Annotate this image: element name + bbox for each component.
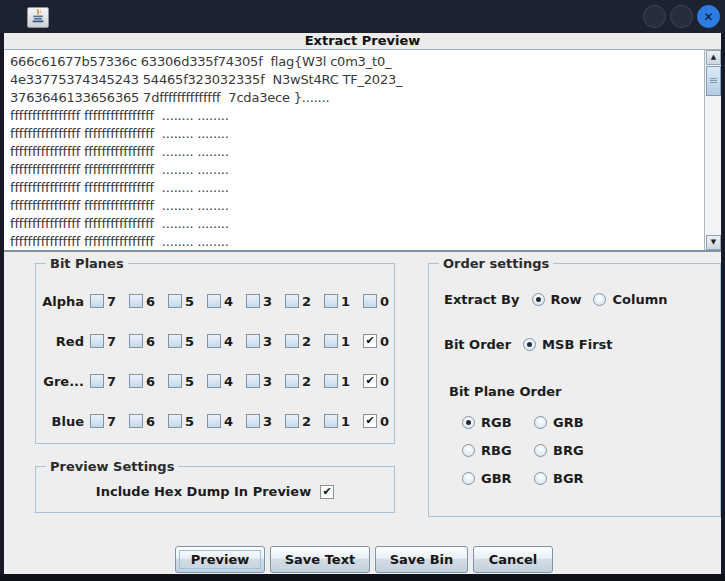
- scroll-up-icon[interactable]: ▲: [706, 50, 721, 65]
- minimize-button[interactable]: [643, 5, 666, 28]
- blue-bit1-checkbox[interactable]: [324, 414, 338, 428]
- bpo-grb-radio[interactable]: [534, 416, 547, 429]
- hex-line: 3763646133656365 7dffffffffffffff 7cda3e…: [10, 89, 721, 107]
- scrollbar-thumb[interactable]: [706, 66, 721, 96]
- window-border-left: [0, 33, 4, 574]
- red-bit3-checkbox[interactable]: [246, 334, 260, 348]
- blue-bit2-checkbox[interactable]: [285, 414, 299, 428]
- bpo-brg-radio[interactable]: [534, 444, 547, 457]
- red-bit1-checkbox[interactable]: [324, 334, 338, 348]
- bpo-rbg-radio[interactable]: [462, 444, 475, 457]
- extract-by-row: Extract By RowColumn: [444, 290, 667, 308]
- bit-order-row: Bit Order MSB First: [444, 335, 613, 353]
- scroll-down-icon[interactable]: ▼: [706, 235, 721, 250]
- bit-number-label: 1: [341, 414, 350, 429]
- gre-bit3-checkbox[interactable]: [246, 374, 260, 388]
- preview-button[interactable]: Preview: [175, 546, 265, 573]
- bit-pair: 1: [324, 414, 363, 429]
- bit-order-msb-first-radio[interactable]: [523, 338, 536, 351]
- cancel-button[interactable]: Cancel: [473, 546, 553, 573]
- bit-number-label: 5: [185, 294, 194, 309]
- bit-number-label: 6: [146, 374, 155, 389]
- bpo-brg-option: BRG: [534, 443, 584, 458]
- bit-number-label: 6: [146, 334, 155, 349]
- bit-pair: 5: [168, 334, 207, 349]
- gre-bit2-checkbox[interactable]: [285, 374, 299, 388]
- bit-plane-order-grid: RGBGRBRBGBRGGBRBGR: [462, 408, 584, 492]
- preview-textarea[interactable]: 666c61677b57336c 63306d335f74305f flag{W…: [4, 49, 721, 252]
- hex-line: ffffffffffffffff ffffffffffffffff ......…: [10, 251, 721, 252]
- red-bit7-checkbox[interactable]: [90, 334, 104, 348]
- red-bit5-checkbox[interactable]: [168, 334, 182, 348]
- bpo-bgr-label: BGR: [553, 471, 584, 486]
- blue-bit6-checkbox[interactable]: [129, 414, 143, 428]
- include-hex-label: Include Hex Dump In Preview: [96, 484, 311, 499]
- gre-bit0-checkbox[interactable]: ✔: [363, 374, 377, 388]
- save-bin-button[interactable]: Save Bin: [375, 546, 468, 573]
- bit-pair: 7: [90, 414, 129, 429]
- bit-number-label: 1: [341, 294, 350, 309]
- bpo-rgb-radio[interactable]: [462, 416, 475, 429]
- bit-number-label: 2: [302, 294, 311, 309]
- bit-number-label: 7: [107, 334, 116, 349]
- blue-bit7-checkbox[interactable]: [90, 414, 104, 428]
- red-bit6-checkbox[interactable]: [129, 334, 143, 348]
- bpo-rgb-option: RGB: [462, 415, 512, 430]
- hex-line: 666c61677b57336c 63306d335f74305f flag{W…: [10, 53, 721, 71]
- blue-bit0-checkbox[interactable]: ✔: [363, 414, 377, 428]
- alpha-bit6-checkbox[interactable]: [129, 294, 143, 308]
- alpha-bit1-checkbox[interactable]: [324, 294, 338, 308]
- alpha-bit0-checkbox[interactable]: [363, 294, 377, 308]
- bpo-gbr-radio[interactable]: [462, 472, 475, 485]
- close-button[interactable]: ✕: [697, 5, 720, 28]
- blue-bit5-checkbox[interactable]: [168, 414, 182, 428]
- alpha-bit3-checkbox[interactable]: [246, 294, 260, 308]
- bit-order-msb-first-option: MSB First: [523, 337, 612, 352]
- bit-pair: 1: [324, 374, 363, 389]
- channel-label-blue: Blue: [36, 414, 84, 429]
- gre-bit1-checkbox[interactable]: [324, 374, 338, 388]
- vertical-scrollbar[interactable]: ▲ ▼: [704, 50, 721, 250]
- gre-bit7-checkbox[interactable]: [90, 374, 104, 388]
- alpha-bit7-checkbox[interactable]: [90, 294, 104, 308]
- bpo-cell: GBR: [462, 464, 534, 492]
- bpo-grb-option: GRB: [534, 415, 584, 430]
- red-bit4-checkbox[interactable]: [207, 334, 221, 348]
- maximize-button[interactable]: [670, 5, 693, 28]
- window-border-bottom: [0, 574, 725, 581]
- alpha-bit5-checkbox[interactable]: [168, 294, 182, 308]
- order-settings-title: Order settings: [439, 256, 553, 271]
- bit-pair: 3: [246, 334, 285, 349]
- bit-number-label: 0: [380, 414, 389, 429]
- alpha-bit2-checkbox[interactable]: [285, 294, 299, 308]
- gre-bit5-checkbox[interactable]: [168, 374, 182, 388]
- bit-number-label: 2: [302, 334, 311, 349]
- alpha-bit4-checkbox[interactable]: [207, 294, 221, 308]
- window-menu-button[interactable]: [27, 7, 49, 28]
- extract-by-row-label: Row: [551, 292, 582, 307]
- gre-bit4-checkbox[interactable]: [207, 374, 221, 388]
- bpo-bgr-radio[interactable]: [534, 472, 547, 485]
- bit-pair: 7: [90, 374, 129, 389]
- bit-number-label: 7: [107, 294, 116, 309]
- extract-by-row-radio[interactable]: [532, 293, 545, 306]
- gre-bit6-checkbox[interactable]: [129, 374, 143, 388]
- bit-number-label: 3: [263, 374, 272, 389]
- hex-line: ffffffffffffffff ffffffffffffffff ......…: [10, 161, 721, 179]
- red-bit0-checkbox[interactable]: ✔: [363, 334, 377, 348]
- bit-pair: 2: [285, 294, 324, 309]
- save-text-button[interactable]: Save Text: [270, 546, 370, 573]
- bit-number-label: 7: [107, 414, 116, 429]
- bit-number-label: 4: [224, 294, 233, 309]
- red-bit2-checkbox[interactable]: [285, 334, 299, 348]
- bit-number-label: 1: [341, 334, 350, 349]
- bitplane-row-alpha: Alpha76543210: [36, 281, 394, 321]
- blue-bit3-checkbox[interactable]: [246, 414, 260, 428]
- include-hex-checkbox[interactable]: ✔: [320, 485, 334, 499]
- preview-lines: 666c61677b57336c 63306d335f74305f flag{W…: [4, 50, 721, 252]
- bit-number-label: 0: [380, 294, 389, 309]
- extract-by-column-radio[interactable]: [593, 293, 606, 306]
- channel-label-gre: Gre...: [36, 374, 84, 389]
- bit-pair: 5: [168, 294, 207, 309]
- blue-bit4-checkbox[interactable]: [207, 414, 221, 428]
